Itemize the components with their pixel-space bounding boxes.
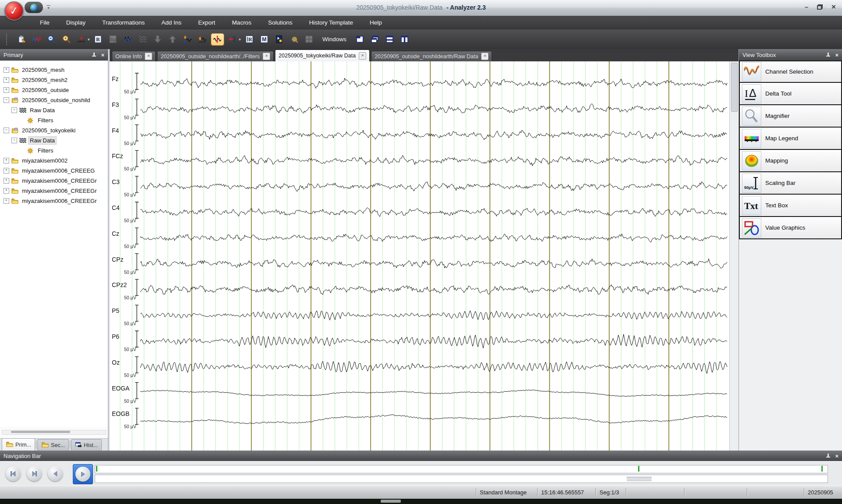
doc-tab-close-icon[interactable]: × bbox=[481, 53, 489, 60]
nav-go-first-button[interactable] bbox=[6, 466, 21, 481]
expand-icon[interactable]: + bbox=[4, 168, 9, 174]
toolbar-search-wave-icon[interactable] bbox=[288, 34, 300, 45]
expand-icon[interactable]: + bbox=[4, 87, 9, 93]
doc-tab-close-icon[interactable]: × bbox=[359, 52, 366, 60]
toolbar-marker-wave-icon[interactable] bbox=[211, 34, 224, 45]
toolbar-baseline-wave-icon[interactable] bbox=[196, 34, 209, 45]
toolbar-zoom-out-icon[interactable] bbox=[45, 34, 57, 45]
scrollbar-thumb[interactable] bbox=[731, 63, 738, 112]
tree-item-raw-data[interactable]: −Raw Data bbox=[0, 135, 108, 146]
tree-item-miyazakisem0006-creeegr[interactable]: +miyazakisem0006_CREEEGr bbox=[0, 196, 108, 206]
app-logo-icon[interactable]: ✓ bbox=[4, 1, 24, 21]
vt-item-text-box[interactable]: TxtText Box bbox=[739, 195, 842, 217]
tree-horizontal-scrollbar[interactable] bbox=[2, 430, 106, 435]
toolbar-waves-gray-icon[interactable] bbox=[137, 34, 149, 45]
collapse-icon[interactable]: − bbox=[4, 128, 9, 133]
menu-add-ins[interactable]: Add Ins bbox=[153, 19, 190, 26]
menu-solutions[interactable]: Solutions bbox=[260, 19, 301, 26]
toolbar-reference-ir-icon[interactable]: R bbox=[243, 34, 255, 45]
collapse-icon[interactable]: − bbox=[11, 138, 17, 143]
tree-item-miyazakisem0006-creeegr[interactable]: +miyazakisem0006_CREEEGr bbox=[0, 186, 108, 196]
tree-item-20250905-outside-noshild[interactable]: −20250905_outside_noshild bbox=[0, 95, 108, 105]
doc-tab-close-icon[interactable]: × bbox=[145, 53, 152, 60]
vt-item-magnifier[interactable]: Magnifier bbox=[739, 105, 842, 128]
menu-help[interactable]: Help bbox=[361, 19, 390, 26]
toolbar-arrow-down-icon[interactable] bbox=[152, 34, 164, 45]
nav-scroll-thumb[interactable] bbox=[627, 477, 652, 481]
toolbar-paste-icon[interactable] bbox=[15, 34, 28, 45]
tree-item-20250905-mesh[interactable]: +20250905_mesh bbox=[0, 65, 108, 75]
toolbar-wave-overview-icon[interactable] bbox=[30, 34, 43, 45]
toolbar-segment-sg-icon[interactable]: Sg bbox=[107, 34, 119, 45]
tree-item-raw-data[interactable]: −Raw Data bbox=[0, 105, 108, 115]
toolbar-grip[interactable] bbox=[6, 34, 9, 45]
toolbar-arrow-up-icon[interactable] bbox=[167, 34, 179, 45]
toolbar-window-new-icon[interactable] bbox=[354, 34, 366, 45]
vt-item-mapping[interactable]: Mapping bbox=[739, 150, 842, 172]
expand-icon[interactable]: + bbox=[4, 188, 9, 194]
vt-item-delta-tool[interactable]: IΔDelta Tool bbox=[739, 83, 842, 105]
tree-item-20250905-mesh2[interactable]: +20250905_mesh2 bbox=[0, 75, 108, 85]
doc-tab-20250905-outside-noshildearth-raw-data[interactable]: 20250905_outside_noshildearth/Raw Data× bbox=[371, 51, 492, 61]
menu-transformations[interactable]: Transformations bbox=[94, 19, 153, 26]
scroll-track[interactable] bbox=[95, 475, 828, 483]
vt-item-channel-selection[interactable]: Channel Selection bbox=[739, 60, 842, 83]
restore-button[interactable] bbox=[817, 4, 823, 10]
tree-item-20250905-outside[interactable]: +20250905_outside bbox=[0, 85, 108, 95]
toolbar-reference-r-icon[interactable]: R bbox=[92, 34, 104, 45]
expand-icon[interactable]: + bbox=[4, 67, 9, 73]
toolbar-window-tile-h-icon[interactable] bbox=[384, 34, 396, 45]
workspace-tab-hist[interactable]: Hist... bbox=[71, 439, 102, 451]
nav-active-button-frame[interactable] bbox=[73, 464, 93, 484]
eeg-vertical-scrollbar[interactable] bbox=[729, 61, 739, 451]
toolbar-zoom-in-icon[interactable] bbox=[60, 34, 72, 45]
workspace-tab-prim[interactable]: Prim... bbox=[2, 438, 35, 451]
expand-icon[interactable]: + bbox=[4, 158, 9, 163]
close-icon[interactable]: × bbox=[835, 454, 838, 458]
close-icon[interactable]: × bbox=[101, 53, 104, 57]
toolbar-window-tile-v-icon[interactable] bbox=[399, 34, 411, 45]
tree-item-20250905-tokyokeiki[interactable]: −20250905_tokyokeiki bbox=[0, 125, 108, 135]
doc-tab-close-icon[interactable]: × bbox=[263, 53, 270, 60]
toolbar-window-cascade-icon[interactable] bbox=[369, 34, 381, 45]
menu-macros[interactable]: Macros bbox=[224, 19, 260, 26]
tree-item-filters[interactable]: Filters bbox=[0, 146, 108, 156]
vt-item-scaling-bar[interactable]: 50µVScaling Bar bbox=[739, 172, 842, 195]
collapse-icon[interactable]: − bbox=[11, 107, 17, 113]
quick-access-dropdown-icon[interactable]: ▾ bbox=[46, 5, 50, 10]
expand-icon[interactable]: + bbox=[4, 77, 9, 83]
collapse-icon[interactable]: − bbox=[4, 97, 9, 103]
scrollbar-thumb[interactable] bbox=[11, 431, 70, 433]
toolbar-dropdown-icon[interactable]: ▾ bbox=[88, 37, 90, 42]
menu-export[interactable]: Export bbox=[190, 19, 224, 26]
vt-item-map-legend[interactable]: Map Legend bbox=[739, 128, 842, 150]
menu-display[interactable]: Display bbox=[58, 19, 94, 26]
vt-item-value-graphics[interactable]: Value Graphics bbox=[739, 217, 842, 239]
doc-tab-online-info[interactable]: Online Info× bbox=[112, 51, 156, 61]
toolbar-grid-icon[interactable] bbox=[303, 34, 315, 45]
online-globe-icon[interactable] bbox=[25, 2, 43, 13]
eeg-trace-canvas[interactable] bbox=[110, 61, 729, 451]
toolbar-doc-dark-icon[interactable] bbox=[273, 34, 285, 45]
menu-history-template[interactable]: History Template bbox=[301, 19, 361, 26]
toolbar-interval-marker-icon[interactable] bbox=[75, 34, 87, 45]
tree-item-miyazakisem0006-creeeg[interactable]: +miyazakisem0006_CREEEG bbox=[0, 166, 108, 176]
tree-item-miyazakisem0002[interactable]: +miyazakisem0002 bbox=[0, 156, 108, 166]
expand-icon[interactable]: + bbox=[4, 198, 9, 204]
pin-icon[interactable] bbox=[826, 454, 831, 458]
tree-item-miyazakisem0006-creeegr[interactable]: +miyazakisem0006_CREEEGr bbox=[0, 176, 108, 186]
doc-tab-20250905-tokyokeiki-raw-data[interactable]: 20250905_tokyokeiki/Raw Data× bbox=[275, 50, 370, 61]
workspace-tab-sec[interactable]: Sec... bbox=[37, 439, 69, 451]
pin-icon[interactable] bbox=[826, 53, 831, 57]
doc-tab-20250905-outside-noshildearth-filters[interactable]: 20250905_outside_noshildearth/../Filters… bbox=[157, 51, 274, 61]
nav-step-back-button[interactable] bbox=[48, 466, 63, 481]
nav-step-forward-button[interactable] bbox=[75, 467, 90, 482]
close-button[interactable]: × bbox=[831, 4, 836, 10]
toolbar-dropdown-icon[interactable]: ▾ bbox=[239, 37, 241, 42]
toolbar-scale-left-icon[interactable] bbox=[226, 34, 239, 45]
expand-icon[interactable]: + bbox=[4, 178, 9, 184]
pin-icon[interactable] bbox=[92, 53, 96, 57]
toolbar-overlay-waves-icon[interactable] bbox=[122, 34, 134, 45]
tree-item-filters[interactable]: Filters bbox=[0, 115, 108, 125]
position-track[interactable] bbox=[95, 465, 828, 473]
